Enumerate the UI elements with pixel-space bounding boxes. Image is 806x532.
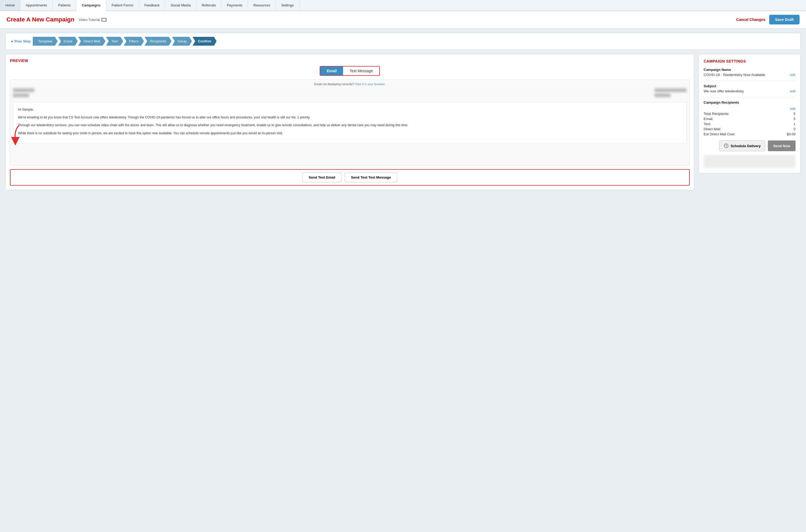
prev-step-label: Prev Step bbox=[15, 39, 31, 43]
schedule-delivery-button[interactable]: Schedule Delivery bbox=[719, 140, 765, 151]
recipients-section: Campaign Recipients edit Total Recipient… bbox=[704, 100, 795, 151]
step-filters[interactable]: Filters bbox=[124, 37, 144, 46]
preview-panel: PREVIEW Email Text Message Email not dis… bbox=[5, 54, 694, 190]
save-draft-button[interactable]: Save Draft bbox=[769, 15, 800, 24]
email-para3: While there is no substitute for seeing … bbox=[18, 131, 681, 136]
nav-feedback[interactable]: Feedback bbox=[139, 0, 165, 11]
page-header: Create A New Campaign Video Tutorial Can… bbox=[0, 11, 806, 28]
recipients-grid: Total Recipients: 5 Email: 5 Text: 1 Dir… bbox=[704, 112, 795, 136]
nav-social-media[interactable]: Social Media bbox=[165, 0, 196, 11]
header-left: Create A New Campaign Video Tutorial bbox=[6, 16, 107, 23]
arrow-indicator bbox=[11, 124, 27, 146]
top-navigation: Home Appointments Patients Campaigns Pat… bbox=[0, 0, 806, 11]
step-recipients[interactable]: Recipients bbox=[145, 37, 172, 46]
action-buttons: Schedule Delivery Send Now bbox=[704, 140, 795, 151]
preview-toggle: Email Text Message bbox=[320, 66, 380, 76]
clock-icon bbox=[724, 144, 729, 148]
step-direct-mail[interactable]: Direct Mail bbox=[78, 37, 105, 46]
step-setup[interactable]: Setup bbox=[172, 37, 192, 46]
send-test-text-message-button[interactable]: Send Test Text Message bbox=[345, 172, 397, 182]
recipients-edit-link[interactable]: edit bbox=[790, 107, 795, 111]
page-title: Create A New Campaign bbox=[6, 16, 74, 23]
campaign-name-value: COVID-19 - Teledentistry Now Available bbox=[704, 73, 765, 77]
test-buttons-wrapper: Send Test Email Send Test Text Message bbox=[10, 169, 690, 186]
view-in-browser-link[interactable]: View it in your browser. bbox=[355, 82, 385, 86]
blurred-contact bbox=[654, 88, 687, 97]
two-column-layout: PREVIEW Email Text Message Email not dis… bbox=[5, 54, 801, 190]
total-recipients-label: Total Recipients: bbox=[704, 112, 783, 116]
campaign-name-row: COVID-19 - Teledentistry Now Available e… bbox=[704, 73, 795, 77]
subject-section: Subject We now offer teledentistry edit bbox=[704, 84, 795, 93]
content-wrapper: PREVIEW Email Text Message Email not dis… bbox=[5, 54, 801, 190]
text-count-label: Text: bbox=[704, 122, 783, 126]
nav-campaigns[interactable]: Campaigns bbox=[76, 0, 106, 11]
email-header-blurred bbox=[13, 88, 687, 99]
send-now-button[interactable]: Send Now bbox=[768, 140, 795, 151]
prev-step-button[interactable]: ◄ Prev Step bbox=[10, 39, 31, 43]
cancel-changes-link[interactable]: Cancel Changes bbox=[736, 17, 765, 22]
settings-blurred-area bbox=[704, 155, 795, 168]
nav-referrals[interactable]: Referrals bbox=[196, 0, 222, 11]
main-content: ◄ Prev Step Template Email Direct Mail T… bbox=[0, 28, 806, 194]
email-preview-box: Email not displaying correctly? View it … bbox=[10, 79, 690, 166]
email-para1: We're emailing to let you know that CS T… bbox=[18, 115, 681, 120]
text-count-value: 1 bbox=[787, 122, 795, 126]
blurred-logo bbox=[13, 88, 34, 97]
campaign-name-label: Campaign Name bbox=[704, 68, 795, 72]
est-direct-mail-value: $0.00 bbox=[787, 132, 795, 136]
preview-toggle-wrapper: Email Text Message bbox=[10, 66, 690, 76]
nav-patient-forms[interactable]: Patient Forms bbox=[106, 0, 139, 11]
email-count-value: 5 bbox=[787, 117, 795, 121]
step-text[interactable]: Text bbox=[106, 37, 123, 46]
recipients-label: Campaign Recipients bbox=[704, 100, 795, 104]
email-para2: Through our teledentistry services, you … bbox=[18, 123, 681, 128]
step-email[interactable]: Email bbox=[58, 37, 78, 46]
step-tabs: Template Email Direct Mail Text Filters … bbox=[33, 37, 796, 46]
email-toggle-button[interactable]: Email bbox=[320, 66, 343, 75]
nav-appointments[interactable]: Appointments bbox=[20, 0, 53, 11]
campaign-name-section: Campaign Name COVID-19 - Teledentistry N… bbox=[704, 68, 795, 77]
subject-row: We now offer teledentistry edit bbox=[704, 89, 795, 93]
nav-settings[interactable]: Settings bbox=[276, 0, 299, 11]
video-tutorial-link[interactable]: Video Tutorial bbox=[79, 18, 107, 22]
preview-label: PREVIEW bbox=[10, 59, 690, 63]
video-tutorial-icon bbox=[101, 18, 107, 21]
nav-home[interactable]: Home bbox=[0, 0, 20, 11]
schedule-delivery-label: Schedule Delivery bbox=[731, 144, 761, 148]
campaign-settings-title: CAMPAIGN SETTINGS bbox=[704, 59, 795, 63]
subject-edit-link[interactable]: edit bbox=[790, 89, 795, 93]
divider-2 bbox=[704, 97, 795, 97]
step-confirm[interactable]: Confirm bbox=[192, 37, 217, 46]
text-message-toggle-button[interactable]: Text Message bbox=[343, 66, 379, 75]
nav-resources[interactable]: Resources bbox=[248, 0, 276, 11]
est-direct-mail-label: Est Direct Mail Cost: bbox=[704, 132, 783, 136]
divider-1 bbox=[704, 80, 795, 81]
subject-value: We now offer teledentistry bbox=[704, 89, 744, 93]
email-count-label: Email: bbox=[704, 117, 783, 121]
email-greeting: Hi Sample, bbox=[18, 107, 681, 112]
total-recipients-value: 5 bbox=[787, 112, 795, 116]
step-navigation: ◄ Prev Step Template Email Direct Mail T… bbox=[5, 33, 801, 50]
email-preview-notice: Email not displaying correctly? View it … bbox=[13, 82, 687, 86]
prev-step-arrow: ◄ bbox=[10, 39, 14, 43]
video-tutorial-label: Video Tutorial bbox=[79, 18, 100, 22]
direct-mail-label: Direct Mail: bbox=[704, 127, 783, 131]
step-template[interactable]: Template bbox=[33, 37, 58, 46]
direct-mail-value: 0 bbox=[787, 127, 795, 131]
header-right: Cancel Changes Save Draft bbox=[736, 15, 800, 24]
campaign-name-edit-link[interactable]: edit bbox=[790, 73, 795, 77]
campaign-settings-panel: CAMPAIGN SETTINGS Campaign Name COVID-19… bbox=[698, 54, 801, 173]
email-body: Hi Sample, We're emailing to let you kno… bbox=[13, 102, 687, 144]
nav-payments[interactable]: Payments bbox=[221, 0, 248, 11]
nav-patients[interactable]: Patients bbox=[53, 0, 76, 11]
subject-label: Subject bbox=[704, 84, 795, 88]
send-test-email-button[interactable]: Send Test Email bbox=[302, 172, 341, 182]
